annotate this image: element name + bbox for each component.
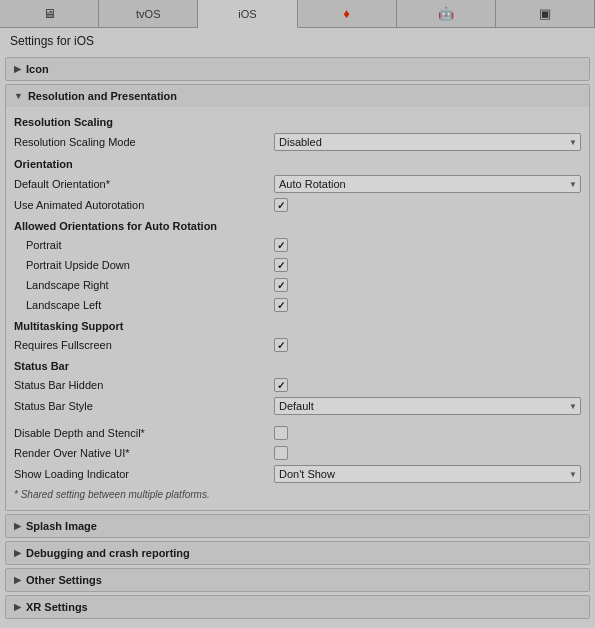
other-section-arrow: ▶: [14, 575, 21, 585]
resolution-scaling-mode-label: Resolution Scaling Mode: [14, 136, 274, 148]
landscape-left-checkbox[interactable]: [274, 298, 288, 312]
shared-setting-note: * Shared setting between multiple platfo…: [14, 485, 581, 502]
resolution-scaling-mode-dropdown[interactable]: Disabled Fixed DPI LetterBox: [274, 133, 581, 151]
render-over-native-ui-control: [274, 446, 581, 460]
debugging-section-arrow: ▶: [14, 548, 21, 558]
render-over-native-ui-row: Render Over Native UI*: [14, 443, 581, 463]
tab-windows[interactable]: ▣: [496, 0, 595, 27]
android-icon: 🤖: [438, 6, 454, 21]
tab-android[interactable]: 🤖: [397, 0, 496, 27]
debugging-section: ▶ Debugging and crash reporting: [5, 541, 590, 565]
debugging-section-label: Debugging and crash reporting: [26, 547, 190, 559]
disable-depth-stencil-label: Disable Depth and Stencil*: [14, 427, 274, 439]
status-bar-hidden-control: [274, 378, 581, 392]
landscape-left-row: Landscape Left: [14, 295, 581, 315]
portrait-checkbox[interactable]: [274, 238, 288, 252]
show-loading-indicator-dropdown[interactable]: Don't Show White Large White Gray: [274, 465, 581, 483]
icon-section-header[interactable]: ▶ Icon: [6, 58, 589, 80]
status-bar-hidden-row: Status Bar Hidden: [14, 375, 581, 395]
xr-section-label: XR Settings: [26, 601, 88, 613]
extra-rows: Disable Depth and Stencil* Render Over N…: [14, 417, 581, 485]
red-icon: ♦: [343, 6, 350, 21]
portrait-label: Portrait: [14, 239, 274, 251]
portrait-upside-down-row: Portrait Upside Down: [14, 255, 581, 275]
status-bar-style-control: Default Light Content Dark Content: [274, 397, 581, 415]
landscape-right-checkbox[interactable]: [274, 278, 288, 292]
show-loading-indicator-dropdown-wrapper: Don't Show White Large White Gray: [274, 465, 581, 483]
resolution-scaling-header: Resolution Scaling: [14, 111, 581, 131]
default-orientation-label: Default Orientation*: [14, 178, 274, 190]
tab-tvos[interactable]: tvOS: [99, 0, 198, 27]
other-section: ▶ Other Settings: [5, 568, 590, 592]
tab-ios-label: iOS: [238, 8, 256, 20]
default-orientation-row: Default Orientation* Auto Rotation Portr…: [14, 173, 581, 195]
allowed-orientations-header: Allowed Orientations for Auto Rotation: [14, 215, 581, 235]
status-bar-style-dropdown[interactable]: Default Light Content Dark Content: [274, 397, 581, 415]
portrait-row: Portrait: [14, 235, 581, 255]
status-bar-style-label: Status Bar Style: [14, 400, 274, 412]
status-bar-style-row: Status Bar Style Default Light Content D…: [14, 395, 581, 417]
windows-icon: ▣: [539, 6, 551, 21]
icon-section: ▶ Icon: [5, 57, 590, 81]
tab-bar: 🖥 tvOS iOS ♦ 🤖 ▣: [0, 0, 595, 28]
animated-autorotation-label: Use Animated Autorotation: [14, 199, 274, 211]
requires-fullscreen-checkbox[interactable]: [274, 338, 288, 352]
show-loading-indicator-row: Show Loading Indicator Don't Show White …: [14, 463, 581, 485]
render-over-native-ui-label: Render Over Native UI*: [14, 447, 274, 459]
disable-depth-stencil-row: Disable Depth and Stencil*: [14, 423, 581, 443]
tab-ios[interactable]: iOS: [198, 0, 297, 28]
requires-fullscreen-control: [274, 338, 581, 352]
landscape-left-label: Landscape Left: [14, 299, 274, 311]
portrait-upside-down-label: Portrait Upside Down: [14, 259, 274, 271]
xr-section-arrow: ▶: [14, 602, 21, 612]
other-section-header[interactable]: ▶ Other Settings: [6, 569, 589, 591]
render-over-native-ui-checkbox[interactable]: [274, 446, 288, 460]
status-bar-hidden-checkbox[interactable]: [274, 378, 288, 392]
animated-autorotation-checkbox[interactable]: [274, 198, 288, 212]
status-bar-hidden-label: Status Bar Hidden: [14, 379, 274, 391]
multitasking-header: Multitasking Support: [14, 315, 581, 335]
disable-depth-stencil-checkbox[interactable]: [274, 426, 288, 440]
landscape-right-label: Landscape Right: [14, 279, 274, 291]
splash-section-arrow: ▶: [14, 521, 21, 531]
orientation-header: Orientation: [14, 153, 581, 173]
animated-autorotation-control: [274, 198, 581, 212]
default-orientation-control: Auto Rotation Portrait Landscape Left La…: [274, 175, 581, 193]
resolution-scaling-dropdown-wrapper: Disabled Fixed DPI LetterBox: [274, 133, 581, 151]
debugging-section-header[interactable]: ▶ Debugging and crash reporting: [6, 542, 589, 564]
portrait-upside-down-checkbox[interactable]: [274, 258, 288, 272]
show-loading-indicator-label: Show Loading Indicator: [14, 468, 274, 480]
splash-section: ▶ Splash Image: [5, 514, 590, 538]
status-bar-style-dropdown-wrapper: Default Light Content Dark Content: [274, 397, 581, 415]
splash-section-label: Splash Image: [26, 520, 97, 532]
icon-section-label: Icon: [26, 63, 49, 75]
xr-section-header[interactable]: ▶ XR Settings: [6, 596, 589, 618]
disable-depth-stencil-control: [274, 426, 581, 440]
show-loading-indicator-control: Don't Show White Large White Gray: [274, 465, 581, 483]
resolution-scaling-mode-row: Resolution Scaling Mode Disabled Fixed D…: [14, 131, 581, 153]
default-orientation-dropdown[interactable]: Auto Rotation Portrait Landscape Left La…: [274, 175, 581, 193]
requires-fullscreen-label: Requires Fullscreen: [14, 339, 274, 351]
xr-section: ▶ XR Settings: [5, 595, 590, 619]
icon-section-arrow: ▶: [14, 64, 21, 74]
resolution-section-arrow: ▼: [14, 91, 23, 101]
portrait-control: [274, 238, 581, 252]
default-orientation-dropdown-wrapper: Auto Rotation Portrait Landscape Left La…: [274, 175, 581, 193]
splash-section-header[interactable]: ▶ Splash Image: [6, 515, 589, 537]
resolution-section-label: Resolution and Presentation: [28, 90, 177, 102]
tab-monitor[interactable]: 🖥: [0, 0, 99, 27]
tab-tvos-label: tvOS: [136, 8, 160, 20]
resolution-section: ▼ Resolution and Presentation Resolution…: [5, 84, 590, 511]
resolution-section-header[interactable]: ▼ Resolution and Presentation: [6, 85, 589, 107]
requires-fullscreen-row: Requires Fullscreen: [14, 335, 581, 355]
panel-title: Settings for iOS: [0, 28, 595, 54]
other-section-label: Other Settings: [26, 574, 102, 586]
portrait-upside-down-control: [274, 258, 581, 272]
landscape-right-row: Landscape Right: [14, 275, 581, 295]
resolution-section-content: Resolution Scaling Resolution Scaling Mo…: [6, 107, 589, 510]
animated-autorotation-row: Use Animated Autorotation: [14, 195, 581, 215]
tab-red[interactable]: ♦: [298, 0, 397, 27]
landscape-right-control: [274, 278, 581, 292]
resolution-scaling-mode-control: Disabled Fixed DPI LetterBox: [274, 133, 581, 151]
monitor-icon: 🖥: [43, 6, 56, 21]
